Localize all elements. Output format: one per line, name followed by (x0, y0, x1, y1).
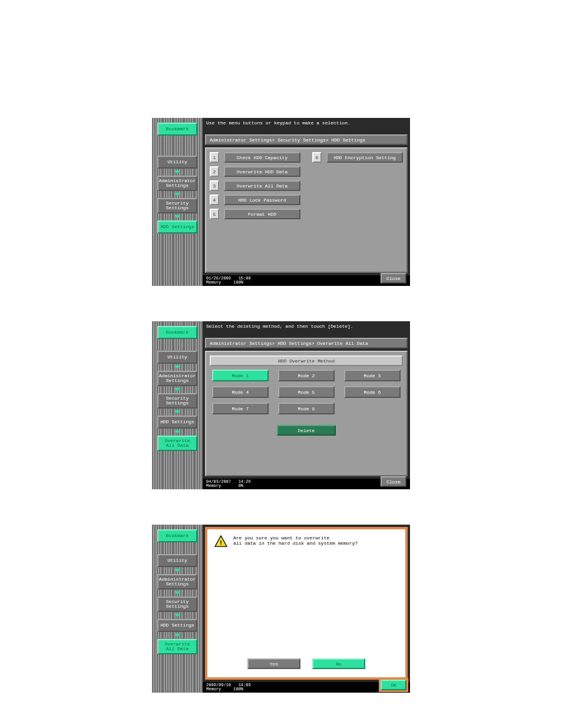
mode-6-button[interactable]: Mode 6 (344, 386, 401, 398)
status-mem-value: 0% (239, 483, 243, 488)
main-panel: Use the menu buttons or keypad to make a… (203, 118, 410, 286)
no-button[interactable]: No (312, 658, 365, 669)
chevron-down-icon (174, 569, 180, 572)
mode-8-button[interactable]: Mode 8 (278, 403, 335, 414)
chevron-down-icon (174, 365, 180, 369)
prompt-text: Use the menu buttons or keypad to make a… (203, 118, 410, 134)
chevron-down-icon (174, 388, 180, 391)
sidebar-item-utility[interactable]: Utility (157, 351, 197, 364)
main-panel: ! Are you sure you want to overwrite all… (203, 525, 410, 693)
chevron-down-icon (174, 193, 180, 196)
sidebar-item-security-settings[interactable]: Security Settings (157, 597, 197, 612)
yes-button[interactable]: Yes (247, 658, 300, 669)
screen-confirm-overwrite: Bookmark Utility Administrator Settings … (152, 525, 410, 693)
chevron-down-icon (174, 170, 180, 174)
chevron-down-icon (174, 634, 180, 637)
menu-number: 5 (210, 209, 219, 219)
status-bar: 2009/09/10 14:09 Memory 100% OK (203, 682, 410, 693)
mode-2-button[interactable]: Mode 2 (278, 370, 335, 381)
breadcrumb: Administrator Settings> HDD Settings> Ov… (205, 338, 408, 348)
screen-overwrite-all-data: Bookmark Utility Administrator Settings … (152, 321, 410, 489)
sidebar-item-utility[interactable]: Utility (157, 554, 197, 567)
chevron-down-icon (174, 215, 180, 219)
bookmark-button[interactable]: Bookmark (157, 529, 197, 542)
delete-button[interactable]: Delete (277, 425, 336, 436)
dialog-message: Are you sure you want to overwrite all d… (233, 535, 358, 546)
warning-icon: ! (214, 535, 227, 547)
menu-hdd-encryption-setting[interactable]: HDD Encryption Setting (326, 152, 403, 163)
sidebar-item-hdd-settings[interactable]: HDD Settings (157, 220, 197, 233)
main-panel: Select the deleting method, and then tou… (203, 321, 410, 489)
sidebar: Bookmark Utility Administrator Settings … (152, 321, 203, 489)
section-title: HDD Overwrite Method (210, 355, 403, 366)
sidebar-item-security-settings[interactable]: Security Settings (157, 393, 197, 409)
status-bar: 04/03/2007 14:26 Memory 0% Close (203, 479, 410, 489)
sidebar-item-overwrite-all-data[interactable]: Overwrite All Data (157, 639, 197, 654)
mode-1-button[interactable]: Mode 1 (212, 370, 269, 381)
chevron-down-icon (174, 410, 180, 414)
menu-number: 6 (312, 152, 322, 163)
sidebar-item-security-settings[interactable]: Security Settings (157, 198, 197, 213)
mode-panel: HDD Overwrite Method Mode 1 Mode 2 Mode … (205, 351, 408, 476)
chevron-down-icon (174, 614, 180, 617)
breadcrumb: Administrator Settings> Security Setting… (205, 134, 408, 145)
screen-hdd-settings: Bookmark Utility Administrator Settings … (152, 118, 410, 286)
sidebar: Bookmark Utility Administrator Settings … (152, 525, 203, 693)
menu-number: 4 (210, 195, 219, 205)
mode-3-button[interactable]: Mode 3 (344, 370, 401, 381)
menu-number: 1 (210, 152, 219, 163)
sidebar-item-admin-settings[interactable]: Administrator Settings (157, 574, 197, 589)
status-mem-label: Memory (206, 483, 221, 488)
menu-number: 2 (210, 166, 219, 177)
close-button[interactable]: Close (381, 476, 406, 487)
menu-format-hdd[interactable]: Format HDD (224, 209, 300, 219)
sidebar-item-utility[interactable]: Utility (157, 156, 197, 169)
sidebar-item-hdd-settings[interactable]: HDD Settings (157, 416, 197, 429)
mode-5-button[interactable]: Mode 5 (278, 386, 335, 398)
status-mem-value: 100% (233, 687, 243, 691)
chevron-down-icon (174, 591, 180, 595)
prompt-text: Select the deleting method, and then tou… (203, 321, 410, 338)
status-mem-label: Memory (206, 687, 221, 691)
bookmark-button[interactable]: Bookmark (157, 123, 197, 136)
menu-number: 3 (210, 180, 219, 191)
menu-overwrite-hdd-data[interactable]: Overwrite HDD Data (224, 166, 300, 177)
sidebar: Bookmark Utility Administrator Settings … (152, 118, 203, 286)
mode-7-button[interactable]: Mode 7 (212, 403, 269, 414)
mode-4-button[interactable]: Mode 4 (212, 386, 269, 398)
status-mem-label: Memory (206, 280, 221, 285)
menu-panel: 1 Check HDD Capacity 2 Overwrite HDD Dat… (205, 147, 408, 273)
menu-hdd-lock-password[interactable]: HDD Lock Password (224, 195, 300, 205)
confirm-dialog: ! Are you sure you want to overwrite all… (205, 527, 408, 680)
menu-overwrite-all-data[interactable]: Overwrite All Data (224, 180, 300, 191)
ok-button[interactable]: OK (381, 680, 406, 690)
sidebar-item-hdd-settings[interactable]: HDD Settings (157, 619, 197, 632)
chevron-down-icon (174, 430, 180, 434)
bookmark-button[interactable]: Bookmark (157, 326, 197, 339)
svg-text:!: ! (219, 539, 223, 547)
menu-check-hdd-capacity[interactable]: Check HDD Capacity (224, 152, 300, 163)
sidebar-item-admin-settings[interactable]: Administrator Settings (157, 176, 197, 191)
sidebar-item-admin-settings[interactable]: Administrator Settings (157, 371, 197, 386)
close-button[interactable]: Close (381, 273, 406, 284)
sidebar-item-overwrite-all-data[interactable]: Overwrite All Data (157, 436, 197, 451)
status-mem-value: 100% (233, 280, 243, 285)
status-bar: 01/28/2009 15:00 Memory 100% Close (203, 275, 410, 286)
